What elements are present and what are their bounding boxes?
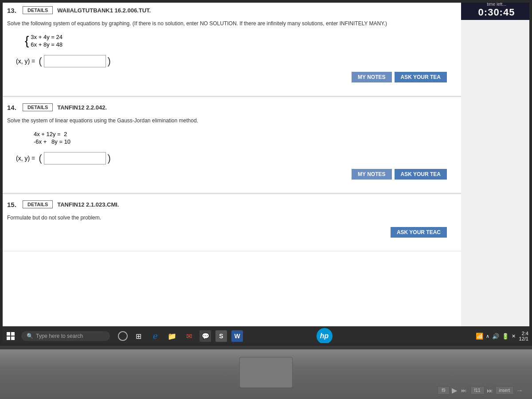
- laptop-fn-keys: f9 ▶ ⏭ f11 ⏭ insert →: [438, 386, 523, 395]
- taskbar-w-icon[interactable]: W: [231, 330, 243, 342]
- fn-key-f9[interactable]: f9: [438, 386, 449, 395]
- start-button[interactable]: [4, 329, 18, 343]
- question-header-13: 13. DETAILS WAIIALGTUTBANK1 16.2.006.TUT…: [7, 6, 454, 14]
- q-actions-15: ASK YOUR TEAC: [7, 227, 454, 242]
- eq-line-13-1: 3x + 4y = 24: [31, 34, 63, 40]
- q-actions-13: MY NOTES ASK YOUR TEA: [7, 72, 454, 87]
- question-header-15: 15. DETAILS TANFIN12 2.1.023.CMI.: [7, 200, 454, 208]
- tray-x-icon: ✕: [512, 333, 516, 339]
- tray-speaker-icon: 🔊: [492, 333, 499, 340]
- fn-skip-icon: ⏭: [487, 387, 493, 394]
- laptop-body: f9 ▶ ⏭ f11 ⏭ insert →: [0, 346, 532, 399]
- brace-icon-13: {: [25, 35, 29, 47]
- taskbar-chat-icon[interactable]: 💬: [200, 330, 211, 342]
- fn-arrow-icon: →: [516, 387, 523, 395]
- answer-input-13[interactable]: [44, 55, 106, 67]
- eq-line-14-1: 4x + 12y = 2: [25, 131, 70, 137]
- ask-teacher-button-15[interactable]: ASK YOUR TEAC: [391, 227, 447, 238]
- equation-lines-14: 4x + 12y = 2 -6x + 8y = 10: [25, 130, 70, 146]
- taskbar-s-icon[interactable]: S: [215, 330, 227, 342]
- question-header-14: 14. DETAILS TANFIN12 2.2.042.: [7, 103, 454, 111]
- hp-logo-icon: hp: [317, 328, 332, 344]
- tray-up-icon: ∧: [486, 333, 489, 339]
- equations-14: 4x + 12y = 2 -6x + 8y = 10: [25, 130, 454, 146]
- fn-prev-icon: ⏭: [459, 387, 468, 394]
- tray-wifi-icon: 📶: [476, 332, 483, 340]
- taskbar-circle-icon[interactable]: [118, 331, 128, 341]
- taskbar-icons: ⊞ ℯ 📁 ✉ 💬 S W: [118, 330, 243, 342]
- ask-teacher-button-13[interactable]: ASK YOUR TEA: [395, 72, 447, 82]
- equations-13: { 3x + 4y = 24 6x + 8y = 48: [25, 33, 454, 49]
- question-block-15: 15. DETAILS TANFIN12 2.1.023.CMI. Formul…: [0, 194, 461, 251]
- timer-value: 0:30:45: [465, 7, 528, 18]
- question-title-14: TANFIN12 2.2.042.: [57, 104, 107, 111]
- equation-lines-13: 3x + 4y = 24 6x + 8y = 48: [31, 33, 63, 49]
- taskbar: 🔍 Type here to search ⊞ ℯ 📁 ✉ 💬 S W hp 📶…: [0, 326, 532, 346]
- fn-key-insert[interactable]: insert: [495, 386, 514, 395]
- question-number-15: 15.: [7, 201, 18, 208]
- ask-teacher-button-14[interactable]: ASK YOUR TEA: [395, 169, 447, 180]
- question-number-14: 14.: [7, 104, 18, 111]
- tray-battery-icon: 🔋: [502, 333, 509, 340]
- timer-label: time left...: [465, 2, 528, 7]
- fn-play-icon: ▶: [452, 386, 457, 395]
- open-paren-13: (: [39, 56, 42, 66]
- question-number-13: 13.: [7, 7, 18, 14]
- answer-input-14[interactable]: [44, 152, 106, 164]
- laptop-hinge: [0, 346, 532, 349]
- answer-label-14: (x, y) =: [16, 155, 35, 162]
- taskbar-right: 📶 ∧ 🔊 🔋 ✕ 2:4 12/1: [476, 331, 528, 341]
- question-text-13: Solve the following system of equations …: [7, 20, 454, 27]
- taskbar-edge-icon[interactable]: ℯ: [149, 330, 161, 342]
- taskbar-grid-icon[interactable]: ⊞: [132, 330, 145, 342]
- hp-logo-container: hp: [317, 328, 332, 344]
- my-notes-button-13[interactable]: MY NOTES: [352, 72, 391, 82]
- clock: 2:4 12/1: [519, 331, 528, 341]
- clock-date: 12/1: [519, 336, 528, 341]
- close-paren-14: ): [108, 153, 111, 163]
- question-title-13: WAIIALGTUTBANK1 16.2.006.TUT.: [57, 7, 151, 14]
- question-text-15: Formulate but do not solve the problem.: [7, 214, 454, 222]
- search-bar[interactable]: 🔍 Type here to search: [21, 331, 110, 341]
- close-paren-13: ): [108, 56, 111, 66]
- clock-time: 2:4: [519, 331, 528, 336]
- answer-label-13: (x, y) =: [16, 58, 35, 65]
- windows-logo-icon: [7, 332, 15, 340]
- eq-line-13-2: 6x + 8y = 48: [31, 41, 63, 48]
- fn-key-f11[interactable]: f11: [470, 386, 485, 395]
- question-title-15: TANFIN12 2.1.023.CMI.: [57, 201, 119, 208]
- details-button-15[interactable]: DETAILS: [23, 200, 53, 208]
- content-area: 13. DETAILS WAIIALGTUTBANK1 16.2.006.TUT…: [0, 0, 461, 337]
- search-placeholder: Type here to search: [36, 333, 83, 339]
- laptop-trackpad[interactable]: [239, 357, 293, 388]
- question-block-14: 14. DETAILS TANFIN12 2.2.042. Solve the …: [0, 97, 461, 193]
- open-paren-14: (: [39, 153, 42, 163]
- my-notes-button-14[interactable]: MY NOTES: [352, 169, 391, 180]
- screen-area: time left... 0:30:45 13. DETAILS WAIIALG…: [0, 0, 532, 346]
- timer-bar: time left... 0:30:45: [461, 0, 532, 20]
- question-block-13: 13. DETAILS WAIIALGTUTBANK1 16.2.006.TUT…: [0, 0, 461, 96]
- eq-line-14-2: -6x + 8y = 10: [25, 138, 70, 145]
- search-icon: 🔍: [27, 333, 33, 339]
- answer-line-14: (x, y) = ( ): [16, 152, 454, 164]
- sys-tray: 📶 ∧ 🔊 🔋 ✕: [476, 332, 516, 340]
- taskbar-mail-icon[interactable]: ✉: [183, 330, 195, 342]
- taskbar-folder-icon[interactable]: 📁: [166, 330, 178, 342]
- question-text-14: Solve the system of linear equations usi…: [7, 117, 454, 125]
- details-button-14[interactable]: DETAILS: [23, 103, 53, 111]
- answer-line-13: (x, y) = ( ): [16, 55, 454, 67]
- details-button-13[interactable]: DETAILS: [23, 6, 53, 14]
- q-actions-14: MY NOTES ASK YOUR TEA: [7, 169, 454, 184]
